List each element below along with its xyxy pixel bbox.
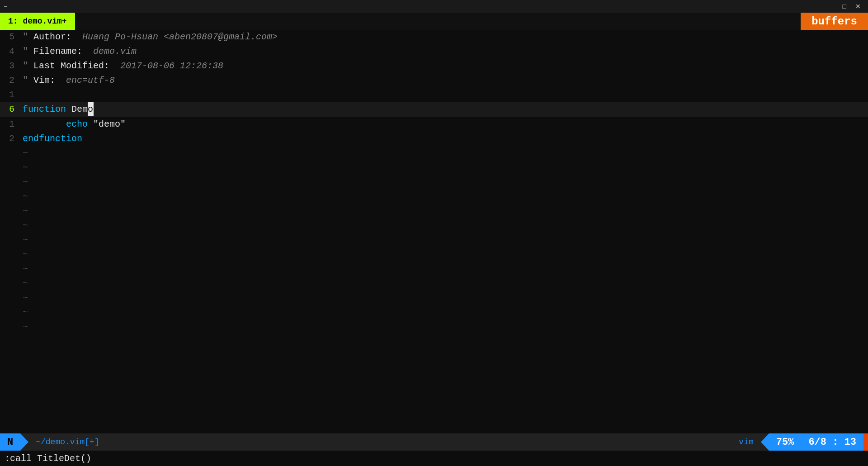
code-line-2: 2 " Vim: enc=utf-8 [0, 73, 868, 88]
line-number-6: 6 [0, 102, 23, 116]
line-number-4: 4 [0, 44, 23, 58]
tilde-line-7: ~ [0, 233, 868, 247]
close-button[interactable]: ✕ [852, 2, 864, 10]
tilde-line-6: ~ [0, 219, 868, 233]
status-filename: ~/demo.vim[+] [28, 437, 731, 447]
app-icon: – [4, 3, 7, 10]
code-subline-1: 1 echo "demo" [0, 117, 868, 132]
cmdline: :call TitleDet() [0, 451, 868, 466]
code-line-6-active: 6 function Demo [0, 102, 868, 117]
tilde-line-10: ~ [0, 276, 868, 291]
status-position: 6/8 : 13 [801, 433, 863, 451]
buffers-button[interactable]: buffers [801, 13, 868, 30]
minimize-button[interactable]: — [824, 2, 837, 10]
line-content-s2: endfunction [23, 132, 868, 146]
line-content-s1: echo "demo" [23, 117, 868, 131]
active-tab[interactable]: 1: demo.vim+ [0, 13, 75, 30]
tilde-line-3: ~ [0, 175, 868, 190]
code-line-1: 1 [0, 88, 868, 102]
status-end-arrow [863, 433, 868, 451]
tilde-line-8: ~ [0, 247, 868, 262]
line-number-s2: 2 [0, 132, 23, 146]
tilde-line-2: ~ [0, 161, 868, 175]
cursor: o [88, 102, 94, 116]
status-mode: N [0, 433, 20, 451]
titlebar-left: – [4, 3, 7, 10]
line-number-5: 5 [0, 30, 23, 44]
line-content-3: " Last Modified: 2017-08-06 12:26:38 [23, 59, 868, 73]
tilde-line-13: ~ [0, 320, 868, 334]
line-content-6: function Demo [23, 102, 868, 116]
tilde-line-5: ~ [0, 204, 868, 219]
line-number-1: 1 [0, 88, 23, 102]
line-number-s1: 1 [0, 117, 23, 131]
tilde-line-12: ~ [0, 305, 868, 320]
titlebar-controls: — □ ✕ [824, 2, 864, 10]
code-subline-2: 2 endfunction [0, 132, 868, 146]
line-number-3: 3 [0, 59, 23, 73]
status-right: 75% 6/8 : 13 [761, 433, 868, 451]
tilde-line-4: ~ [0, 190, 868, 204]
line-content-5: " Author: Huang Po-Hsuan <aben20807@gmai… [23, 30, 868, 44]
tilde-line-11: ~ [0, 291, 868, 305]
line-content-2: " Vim: enc=utf-8 [23, 73, 868, 87]
code-line-5: 5 " Author: Huang Po-Hsuan <aben20807@gm… [0, 30, 868, 44]
line-number-2: 2 [0, 73, 23, 87]
line-content-4: " Filename: demo.vim [23, 44, 868, 58]
tilde-line-1: ~ [0, 146, 868, 161]
tab-bar: 1: demo.vim+ buffers [0, 13, 868, 30]
editor-area: 5 " Author: Huang Po-Hsuan <aben20807@gm… [0, 30, 868, 433]
maximize-button[interactable]: □ [839, 2, 850, 10]
tilde-line-9: ~ [0, 262, 868, 276]
status-percent-arrow [761, 433, 769, 451]
code-line-3: 3 " Last Modified: 2017-08-06 12:26:38 [0, 59, 868, 73]
status-mode-arrow [20, 433, 28, 451]
statusbar: N ~/demo.vim[+] vim 75% 6/8 : 13 [0, 433, 868, 451]
code-line-4: 4 " Filename: demo.vim [0, 44, 868, 59]
status-filetype: vim [731, 437, 760, 447]
status-percent: 75% [769, 433, 802, 451]
cmdline-text: :call TitleDet() [5, 453, 91, 464]
titlebar: – — □ ✕ [0, 0, 868, 13]
